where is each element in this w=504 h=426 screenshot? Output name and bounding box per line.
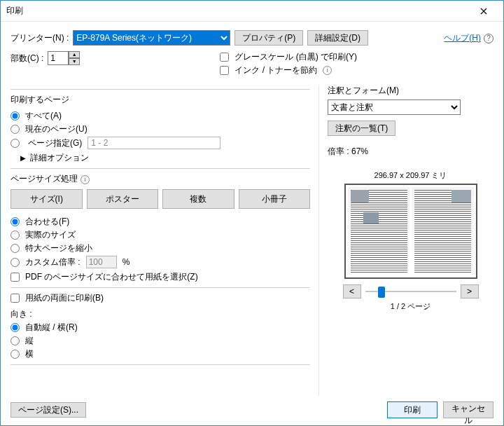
- orientation-label: 向き :: [10, 308, 310, 320]
- grayscale-checkbox[interactable]: [220, 53, 229, 62]
- dialog-content: プリンター(N) : EP-879A Series(ネットワーク) プロパティ(…: [1, 22, 503, 425]
- copies-down[interactable]: ▼: [69, 58, 80, 65]
- window-title: 印刷: [6, 5, 470, 17]
- duplex-checkbox[interactable]: [10, 294, 20, 303]
- pages-all-radio[interactable]: [10, 111, 20, 121]
- annotations-label: 注釈とフォーム(M): [328, 85, 493, 97]
- tab-poster[interactable]: ポスター: [87, 189, 159, 209]
- orient-landscape-radio[interactable]: [10, 350, 20, 359]
- left-column: 印刷するページ すべて(A) 現在のページ(U) ページ指定(G) ▶ 詳細オプ…: [10, 85, 318, 396]
- fit-radio[interactable]: [10, 217, 20, 226]
- preview-next-button[interactable]: >: [461, 284, 479, 298]
- page-indicator: 1 / 2 ページ: [328, 301, 493, 312]
- print-dialog: 印刷 プリンター(N) : EP-879A Series(ネットワーク) プロパ…: [0, 0, 504, 426]
- pages-title: 印刷するページ: [10, 94, 310, 106]
- copies-label: 部数(C) :: [10, 53, 43, 64]
- right-column: 注釈とフォーム(M) 文書と注釈 注釈の一覧(T) 倍率 : 67% 296.9…: [318, 85, 493, 396]
- print-button[interactable]: 印刷: [387, 401, 438, 418]
- help-link[interactable]: ヘルプ(H)?: [444, 32, 493, 44]
- orient-auto-radio[interactable]: [10, 323, 20, 332]
- preview-page-left: [348, 187, 410, 275]
- properties-button[interactable]: プロパティ(P): [234, 30, 303, 46]
- info-icon[interactable]: i: [80, 175, 90, 184]
- preview-page-slider[interactable]: [365, 284, 456, 298]
- copies-up[interactable]: ▲: [69, 51, 80, 58]
- more-options-expander[interactable]: ▶ 詳細オプション: [20, 152, 310, 164]
- triangle-right-icon: ▶: [20, 154, 26, 162]
- preview-prev-button[interactable]: <: [343, 284, 361, 298]
- tab-booklet[interactable]: 小冊子: [239, 189, 311, 209]
- copies-input[interactable]: [48, 51, 69, 65]
- orient-portrait-radio[interactable]: [10, 336, 20, 345]
- sizing-title: ページサイズ処理: [10, 174, 78, 184]
- grayscale-label: グレースケール (白黒) で印刷(Y): [234, 51, 357, 63]
- copies-spinner[interactable]: ▲ ▼: [48, 51, 80, 65]
- ink-save-label: インク / トナーを節約: [234, 64, 317, 76]
- pages-current-radio[interactable]: [10, 125, 20, 134]
- help-icon: ?: [484, 34, 493, 43]
- paper-source-checkbox[interactable]: [10, 273, 20, 282]
- shrink-radio[interactable]: [10, 244, 20, 253]
- preview-page-right: [412, 187, 474, 275]
- page-setup-button[interactable]: ページ設定(S)...: [10, 402, 86, 418]
- tab-size[interactable]: サイズ(I): [10, 189, 83, 209]
- close-button[interactable]: [470, 1, 498, 21]
- pages-range-input[interactable]: [88, 137, 220, 149]
- titlebar: 印刷: [1, 1, 503, 22]
- printer-select[interactable]: EP-879A Series(ネットワーク): [73, 30, 230, 46]
- preview-dimensions: 296.97 x 209.97 ミリ: [328, 170, 493, 181]
- printer-label: プリンター(N) :: [10, 32, 69, 44]
- info-icon[interactable]: i: [323, 66, 332, 75]
- custom-scale-radio[interactable]: [10, 258, 20, 267]
- annotations-list-button[interactable]: 注釈の一覧(T): [328, 121, 396, 136]
- custom-scale-input[interactable]: [86, 256, 117, 268]
- pages-range-radio[interactable]: [10, 139, 20, 148]
- scale-label: 倍率 : 67%: [328, 146, 493, 158]
- tab-multiple[interactable]: 複数: [162, 189, 234, 209]
- advanced-settings-button[interactable]: 詳細設定(D): [307, 30, 368, 46]
- actual-radio[interactable]: [10, 231, 20, 240]
- ink-save-checkbox[interactable]: [220, 66, 229, 75]
- cancel-button[interactable]: キャンセル: [443, 401, 493, 418]
- print-preview: [344, 184, 477, 279]
- annotations-select[interactable]: 文書と注釈: [328, 99, 461, 115]
